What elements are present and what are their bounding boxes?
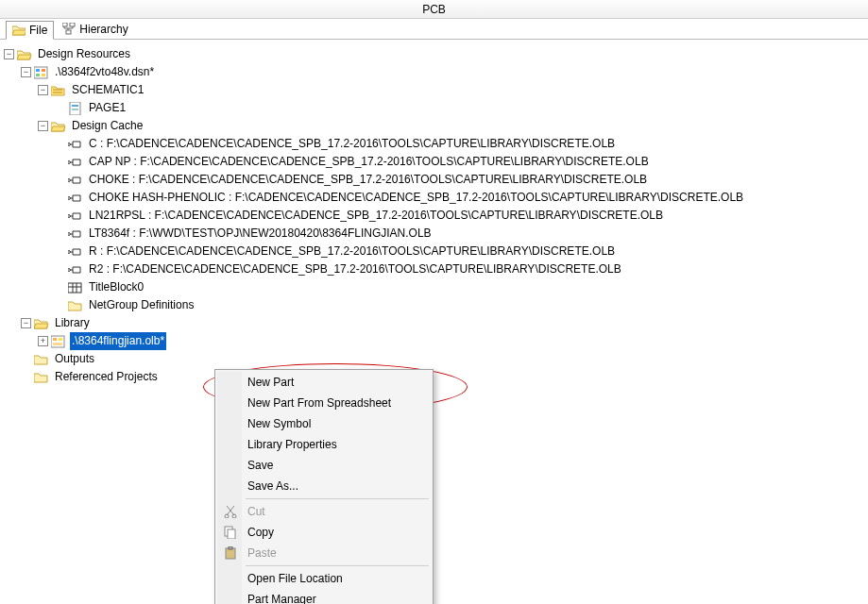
tree-node-referenced[interactable]: Referenced Projects xyxy=(4,368,864,386)
tree-label-selected: .\8364flingjian.olb* xyxy=(70,332,166,350)
tree-label: PAGE1 xyxy=(87,99,128,117)
part-icon xyxy=(68,192,83,205)
menu-library-properties[interactable]: Library Properties xyxy=(217,434,431,455)
tree-node-part-cap[interactable]: CAP NP : F:\CADENCE\CADENCE\CADENCE_SPB_… xyxy=(4,153,864,171)
copy-icon xyxy=(223,526,238,539)
folder-open-icon xyxy=(51,120,66,133)
tree-node-part-lt8364[interactable]: LT8364f : F:\WWD\TEST\OPJ\NEW20180420\83… xyxy=(4,225,864,243)
olb-icon xyxy=(51,335,66,348)
tab-file-label: File xyxy=(29,24,47,37)
tab-file[interactable]: File xyxy=(6,21,54,40)
context-menu: New Part New Part From Spreadsheet New S… xyxy=(214,369,434,604)
tree-label: TitleBlock0 xyxy=(87,278,145,296)
tree-label: SCHEMATIC1 xyxy=(70,81,145,99)
hierarchy-icon xyxy=(62,23,76,36)
menu-label: Library Properties xyxy=(247,436,337,454)
menu-part-manager[interactable]: Part Manager xyxy=(217,589,431,604)
tree-label: Library xyxy=(53,314,92,332)
tree-node-titleblock[interactable]: TitleBlock0 xyxy=(4,278,864,296)
tab-hierarchy[interactable]: Hierarchy xyxy=(56,20,134,39)
menu-label: Open File Location xyxy=(247,570,343,588)
folder-icon xyxy=(34,353,49,366)
tree-node-part-chokehp[interactable]: CHOKE HASH-PHENOLIC : F:\CADENCE\CADENCE… xyxy=(4,189,864,207)
expander-icon[interactable]: + xyxy=(38,336,48,346)
menu-label: New Part xyxy=(247,374,294,392)
expander-icon[interactable]: − xyxy=(38,121,48,131)
folder-open-icon xyxy=(17,48,32,61)
expander-icon[interactable]: − xyxy=(4,49,14,59)
folder-icon xyxy=(68,299,83,312)
expander-icon[interactable]: − xyxy=(21,318,31,328)
part-icon xyxy=(68,227,83,241)
menu-new-part-spreadsheet[interactable]: New Part From Spreadsheet xyxy=(217,393,431,413)
tree-label: CHOKE HASH-PHENOLIC : F:\CADENCE\CADENCE… xyxy=(87,189,745,207)
tree-label: CHOKE : F:\CADENCE\CADENCE\CADENCE_SPB_1… xyxy=(87,171,649,189)
menu-separator xyxy=(246,498,429,499)
tree-node-dsn[interactable]: − .\8364f2vto48v.dsn* xyxy=(4,63,864,81)
menu-label: Part Manager xyxy=(247,591,316,605)
menu-label: Cut xyxy=(247,503,265,521)
menu-copy[interactable]: Copy xyxy=(217,522,431,543)
part-icon xyxy=(68,210,83,223)
menu-label: New Symbol xyxy=(247,415,311,433)
menu-paste: Paste xyxy=(217,543,431,563)
menu-save-as[interactable]: Save As... xyxy=(217,476,431,496)
tree-node-design-cache[interactable]: − Design Cache xyxy=(4,117,864,135)
tab-bar: File Hierarchy xyxy=(0,19,868,40)
part-icon xyxy=(68,245,83,259)
menu-save[interactable]: Save xyxy=(217,455,431,476)
menu-label: Save xyxy=(247,457,273,475)
menu-label: Copy xyxy=(247,524,274,542)
menu-label: Save As... xyxy=(247,478,298,495)
menu-open-file-location[interactable]: Open File Location xyxy=(217,568,431,589)
menu-label: New Part From Spreadsheet xyxy=(247,394,391,412)
tree-label: .\8364f2vto48v.dsn* xyxy=(53,63,156,81)
tree-label: Outputs xyxy=(53,350,96,368)
tree-node-netgroup[interactable]: NetGroup Definitions xyxy=(4,296,864,314)
tree-node-design-resources[interactable]: − Design Resources xyxy=(4,45,864,63)
tree-label: C : F:\CADENCE\CADENCE\CADENCE_SPB_17.2-… xyxy=(87,135,617,153)
menu-new-part[interactable]: New Part xyxy=(217,372,431,393)
folder-icon xyxy=(12,24,26,37)
tree-node-schematic[interactable]: − SCHEMATIC1 xyxy=(4,81,864,99)
part-icon xyxy=(68,138,83,151)
tab-hierarchy-label: Hierarchy xyxy=(79,23,128,36)
paste-icon xyxy=(223,546,238,560)
expander-icon[interactable]: − xyxy=(21,67,31,77)
tree-node-page[interactable]: PAGE1 xyxy=(4,99,864,117)
titleblock-icon xyxy=(68,281,83,294)
tree-label: Design Resources xyxy=(36,45,132,63)
tree-node-part-r2[interactable]: R2 : F:\CADENCE\CADENCE\CADENCE_SPB_17.2… xyxy=(4,260,864,278)
menu-cut: Cut xyxy=(217,501,431,522)
tree-label: Referenced Projects xyxy=(53,368,160,386)
tree-node-olb[interactable]: + .\8364flingjian.olb* xyxy=(4,332,864,350)
tree-label: R : F:\CADENCE\CADENCE\CADENCE_SPB_17.2-… xyxy=(87,243,617,260)
part-icon xyxy=(68,156,83,169)
tree-node-outputs[interactable]: Outputs xyxy=(4,350,864,368)
menu-separator xyxy=(246,565,429,566)
tree-node-part-c[interactable]: C : F:\CADENCE\CADENCE\CADENCE_SPB_17.2-… xyxy=(4,135,864,153)
schematic-folder-icon xyxy=(51,84,66,97)
menu-new-symbol[interactable]: New Symbol xyxy=(217,413,431,434)
page-icon xyxy=(68,102,83,115)
window-title-bar: PCB xyxy=(0,0,868,19)
tree-label: NetGroup Definitions xyxy=(87,296,196,314)
tree-node-library[interactable]: − Library xyxy=(4,314,864,332)
tree-label: R2 : F:\CADENCE\CADENCE\CADENCE_SPB_17.2… xyxy=(87,260,623,278)
tree-label: CAP NP : F:\CADENCE\CADENCE\CADENCE_SPB_… xyxy=(87,153,651,171)
window-title: PCB xyxy=(422,3,446,16)
cut-icon xyxy=(223,505,238,518)
tree-label: Design Cache xyxy=(70,117,145,135)
tree-node-part-ln21[interactable]: LN21RPSL : F:\CADENCE\CADENCE\CADENCE_SP… xyxy=(4,207,864,225)
part-icon xyxy=(68,263,83,277)
tree-label: LN21RPSL : F:\CADENCE\CADENCE\CADENCE_SP… xyxy=(87,207,665,225)
folder-open-icon xyxy=(34,317,49,330)
tree-label: LT8364f : F:\WWD\TEST\OPJ\NEW20180420\83… xyxy=(87,225,434,243)
tree-node-part-choke[interactable]: CHOKE : F:\CADENCE\CADENCE\CADENCE_SPB_1… xyxy=(4,171,864,189)
folder-icon xyxy=(34,371,49,384)
dsn-icon xyxy=(34,66,49,79)
tree-node-part-r[interactable]: R : F:\CADENCE\CADENCE\CADENCE_SPB_17.2-… xyxy=(4,243,864,260)
part-icon xyxy=(68,174,83,187)
expander-icon[interactable]: − xyxy=(38,85,48,95)
project-tree: − Design Resources − .\8364f2vto48v.dsn*… xyxy=(0,40,868,392)
